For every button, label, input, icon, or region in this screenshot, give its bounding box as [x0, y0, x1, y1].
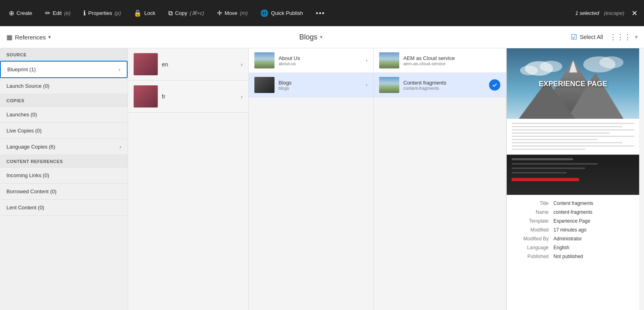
properties-label: Properties [88, 10, 112, 16]
edit-shortcut: (e) [64, 10, 70, 16]
col1-item-fr[interactable]: fr› [128, 81, 248, 113]
select-all-label: Select All [580, 34, 603, 40]
lock-button[interactable]: 🔒 Lock [131, 9, 157, 17]
preview-meta-language-row: Language English [513, 245, 633, 250]
properties-button[interactable]: ℹ Properties (p) [81, 9, 123, 17]
preview-template-label: Template [513, 218, 553, 224]
col3-aem-text: AEM as Cloud service aem-as-cloud-servic… [403, 55, 500, 66]
column-toggle-chevron-icon: ▾ [635, 34, 638, 40]
sidebar-item-lent-content[interactable]: Lent Content (0) [0, 200, 128, 216]
preview-modified-value: 17 minutes ago [553, 227, 586, 233]
create-button[interactable]: ⊕ Create [6, 9, 35, 17]
edit-label: Edit [53, 10, 62, 16]
preview-meta-modified-by-row: Modified By Administrator [513, 236, 633, 242]
col1-fr-chevron-icon: › [241, 93, 243, 100]
move-button[interactable]: ✛ Move (m) [215, 9, 250, 17]
preview-modified-label: Modified [513, 227, 553, 233]
sidebar-item-live-copies[interactable]: Live Copies (0) [0, 123, 128, 139]
blueprint-chevron-icon: › [119, 67, 120, 72]
lang-fr-label: fr [162, 93, 237, 100]
column-3-panel: AEM as Cloud service aem-as-cloud-servic… [374, 48, 506, 310]
preview-meta: Title Content fragments Name content-fra… [507, 195, 639, 268]
preview-meta-published-row: Published Not published [513, 254, 633, 259]
lock-label: Lock [144, 10, 155, 16]
sidebar-item-blueprint[interactable]: Blueprint (1) › [0, 61, 128, 78]
selected-count: 1 selected [575, 10, 599, 16]
preview-meta-name-row: Name content-fragments [513, 209, 633, 215]
sidebar-item-launches[interactable]: Launches (0) [0, 107, 128, 123]
preview-image-bottom [507, 155, 639, 195]
svg-point-5 [599, 56, 623, 68]
preview-name-value: content-fragments [553, 209, 592, 215]
language-copies-chevron-icon: › [120, 144, 121, 150]
references-button[interactable]: ▦ References ▾ [6, 33, 51, 41]
col2-blogs-text: Blogs blogs [279, 80, 362, 91]
preview-meta-template-row: Template Experience Page [513, 218, 633, 224]
col1-en-thumb [134, 53, 158, 75]
references-label: References [15, 34, 46, 41]
preview-template-value: Experience Page [553, 218, 590, 224]
select-all-area: ☑ Select All ⋮⋮⋮ ▾ [571, 33, 638, 41]
quick-publish-button[interactable]: 🌐 Quick Publish [258, 9, 305, 17]
move-shortcut: (m) [240, 10, 248, 16]
sidebar-launch-source-label: Launch Source (0) [6, 83, 121, 89]
preview-language-value: English [553, 245, 569, 250]
quick-publish-icon: 🌐 [260, 9, 268, 17]
move-label: Move [225, 10, 237, 16]
source-header: SOURCE [0, 48, 128, 61]
copy-button[interactable]: ⧉ Copy (⌘+c) [166, 10, 206, 17]
sidebar-item-launch-source[interactable]: Launch Source (0) [0, 78, 128, 94]
properties-shortcut: (p) [115, 10, 121, 16]
preview-title-value: Content fragments [553, 200, 593, 206]
column-2-panel: About Us about-us › Blogs blogs › [249, 48, 374, 310]
escape-text: (escape) [604, 10, 624, 16]
sidebar: SOURCE Blueprint (1) › Launch Source (0)… [0, 48, 128, 310]
col3-item-content-fragments[interactable]: Content fragments content-fragments [374, 73, 506, 97]
sidebar-live-copies-label: Live Copies (0) [6, 128, 121, 134]
col2-blogs-chevron-icon: › [366, 82, 367, 88]
sidebar-item-language-copies[interactable]: Language Copies (6) › [0, 139, 128, 155]
copy-icon: ⧉ [168, 10, 173, 17]
col3-cf-check-icon [489, 79, 500, 91]
create-label: Create [17, 10, 32, 16]
col2-blogs-title: Blogs [279, 80, 362, 86]
properties-icon: ℹ [83, 9, 86, 17]
lang-en-label: en [162, 61, 237, 68]
sidebar-borrowed-content-label: Borrowed Content (0) [6, 188, 121, 194]
secondary-bar: ▦ References ▾ Blogs ▾ ☑ Select All ⋮⋮⋮ … [0, 26, 644, 48]
sidebar-language-copies-label: Language Copies (6) [6, 144, 120, 150]
sidebar-item-borrowed-content[interactable]: Borrowed Content (0) [0, 184, 128, 200]
sidebar-launches-label: Launches (0) [6, 112, 121, 118]
preview-panel: EXPERIENCE PAGE [506, 48, 639, 310]
col3-cf-title: Content fragments [403, 80, 485, 86]
preview-modified-by-value: Administrator [553, 236, 582, 242]
close-button[interactable]: ✕ [632, 9, 638, 18]
preview-meta-title-row: Title Content fragments [513, 200, 633, 206]
col3-aem-title: AEM as Cloud service [403, 55, 500, 61]
select-all-button[interactable]: ☑ Select All [571, 33, 603, 41]
col3-cf-sub: content-fragments [403, 86, 485, 91]
column-toggle-button[interactable]: ⋮⋮⋮ [609, 33, 631, 41]
copies-header: COPIES [0, 94, 128, 107]
col1-item-en[interactable]: en› [128, 48, 248, 81]
blogs-chevron-icon: ▾ [320, 34, 322, 40]
preview-language-label: Language [513, 245, 553, 250]
col3-item-aem[interactable]: AEM as Cloud service aem-as-cloud-servic… [374, 48, 506, 73]
col2-item-blogs[interactable]: Blogs blogs › [249, 73, 373, 97]
preview-title-label: Title [513, 200, 553, 206]
toolbar: ⊕ Create ✏ Edit (e) ℹ Properties (p) 🔒 L… [0, 0, 644, 26]
main-layout: SOURCE Blueprint (1) › Launch Source (0)… [0, 48, 644, 310]
svg-point-2 [540, 61, 562, 72]
experience-page-label: EXPERIENCE PAGE [539, 79, 607, 88]
col2-item-about-us[interactable]: About Us about-us › [249, 48, 373, 73]
sidebar-item-incoming-links[interactable]: Incoming Links (0) [0, 167, 128, 184]
toolbar-right: 1 selected (escape) ✕ [575, 9, 638, 18]
copy-shortcut: (⌘+c) [190, 10, 204, 16]
col1-en-chevron-icon: › [241, 61, 243, 68]
preview-published-label: Published [513, 254, 553, 259]
edit-button[interactable]: ✏ Edit (e) [43, 9, 73, 17]
col2-blogs-sub: blogs [279, 86, 362, 91]
svg-point-3 [520, 66, 538, 75]
select-all-checkbox-icon: ☑ [571, 33, 577, 41]
more-button[interactable]: ••• [314, 10, 328, 17]
